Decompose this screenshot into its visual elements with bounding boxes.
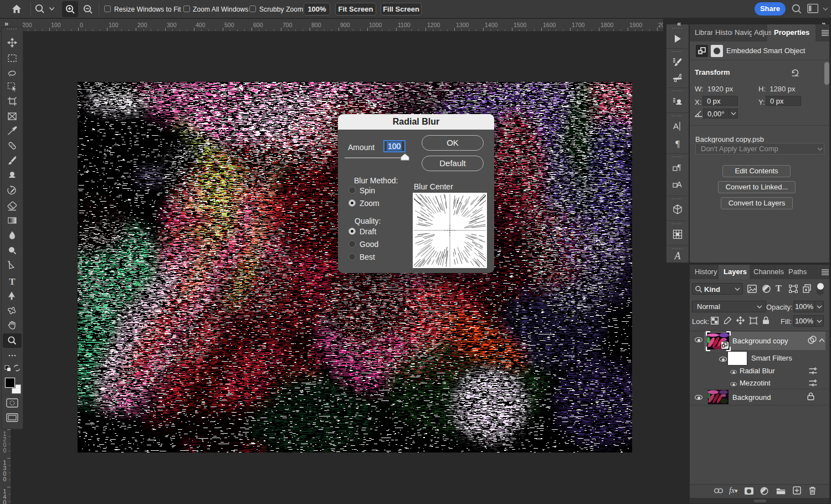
svg-text:T: T xyxy=(9,276,16,286)
svg-text:A: A xyxy=(674,250,681,261)
svg-text:¶: ¶ xyxy=(678,163,681,172)
svg-text:A: A xyxy=(676,180,682,189)
svg-text:A: A xyxy=(673,121,679,131)
svg-text:¶: ¶ xyxy=(675,138,680,149)
